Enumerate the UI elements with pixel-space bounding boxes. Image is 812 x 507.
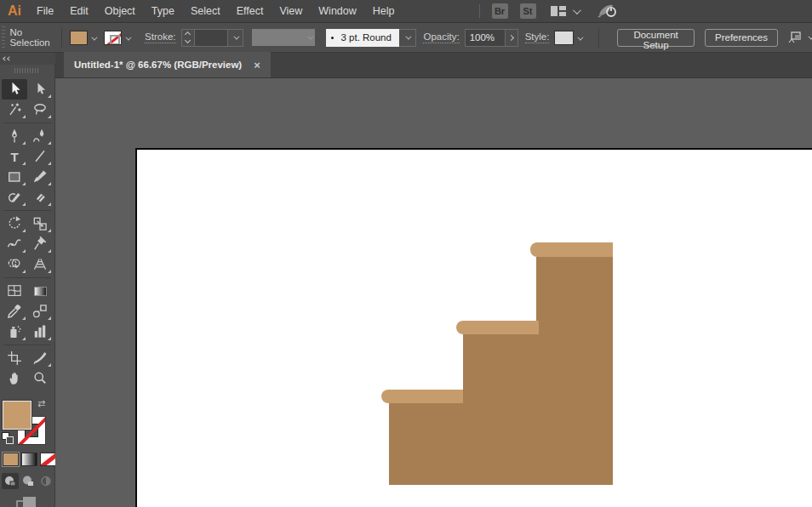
line-segment-tool[interactable] bbox=[27, 146, 53, 167]
lasso-tool[interactable] bbox=[27, 100, 53, 120]
paintbrush-tool[interactable] bbox=[27, 167, 53, 187]
color-mode-row bbox=[3, 453, 56, 466]
fill-color-chevron-icon[interactable] bbox=[88, 31, 99, 44]
change-screen-mode-icon[interactable] bbox=[15, 495, 39, 507]
canvas-pasteboard[interactable] bbox=[55, 78, 812, 507]
eraser-tool[interactable] bbox=[27, 187, 53, 208]
style-swatch[interactable] bbox=[554, 31, 574, 45]
selection-tool[interactable] bbox=[2, 79, 27, 100]
shaper-tool[interactable] bbox=[2, 187, 27, 208]
fill-color-swatch[interactable] bbox=[70, 31, 88, 45]
artboard-tool[interactable] bbox=[2, 348, 27, 368]
app-logo-icon: Ai bbox=[0, 3, 30, 19]
brush-chevron-icon[interactable] bbox=[399, 29, 416, 47]
opacity-label[interactable]: Opacity: bbox=[423, 31, 459, 43]
menu-window[interactable]: Window bbox=[312, 5, 363, 17]
tab-close-icon[interactable]: × bbox=[254, 60, 260, 71]
workspace-chevron-icon[interactable] bbox=[572, 6, 580, 14]
menu-file[interactable]: File bbox=[30, 5, 60, 17]
opacity-value[interactable]: 100% bbox=[466, 30, 505, 46]
menu-bar: Ai File Edit Object Type Select Effect V… bbox=[0, 0, 812, 23]
magic-wand-tool[interactable] bbox=[2, 100, 27, 120]
tools-panel-grip[interactable] bbox=[14, 68, 40, 73]
stair-riser[interactable] bbox=[536, 257, 613, 485]
puppet-warp-tool[interactable] bbox=[27, 234, 53, 254]
default-fill-stroke-icon[interactable] bbox=[2, 432, 15, 446]
menu-effect[interactable]: Effect bbox=[230, 5, 271, 17]
blend-tool[interactable] bbox=[27, 301, 53, 322]
gradient-chip-icon bbox=[34, 287, 47, 296]
eyedropper-tool[interactable] bbox=[2, 301, 27, 322]
mesh-tool[interactable] bbox=[2, 281, 27, 301]
style-chevron-icon[interactable] bbox=[574, 31, 585, 44]
style-label[interactable]: Style: bbox=[525, 31, 550, 43]
bridge-button[interactable]: Br bbox=[492, 3, 508, 19]
stroke-color-swatch[interactable] bbox=[104, 31, 122, 45]
tool-separator bbox=[3, 122, 51, 123]
staircase-artwork[interactable] bbox=[55, 78, 812, 507]
stock-button[interactable]: St bbox=[520, 3, 536, 19]
document-tab-bar: Untitled-1* @ 66.67% (RGB/Preview) × bbox=[55, 53, 812, 78]
document-setup-button[interactable]: Document Setup bbox=[617, 29, 695, 47]
type-tool[interactable]: T bbox=[2, 146, 27, 167]
menu-edit[interactable]: Edit bbox=[63, 5, 95, 17]
draw-behind-button[interactable] bbox=[20, 473, 37, 489]
draw-normal-button[interactable] bbox=[2, 473, 19, 489]
rotate-tool[interactable] bbox=[2, 214, 27, 234]
stair-tread[interactable] bbox=[381, 390, 463, 403]
fill-proxy-swatch[interactable] bbox=[3, 401, 31, 430]
rectangle-tool[interactable] bbox=[2, 167, 27, 187]
menu-view[interactable]: View bbox=[272, 5, 309, 17]
direct-selection-tool[interactable] bbox=[27, 79, 53, 100]
opacity-field[interactable]: 100% bbox=[465, 29, 518, 47]
shape-builder-tool[interactable] bbox=[2, 254, 27, 275]
gpu-performance-icon[interactable] bbox=[598, 3, 618, 20]
toolbar-collapse-header[interactable] bbox=[0, 53, 55, 65]
stroke-weight-stepper[interactable] bbox=[182, 30, 195, 46]
stroke-label[interactable]: Stroke: bbox=[145, 31, 175, 43]
stair-tread[interactable] bbox=[530, 242, 613, 257]
brush-preset-value[interactable]: 3 pt. Round bbox=[326, 29, 399, 47]
slice-tool[interactable] bbox=[27, 348, 53, 368]
none-button[interactable] bbox=[40, 453, 56, 466]
isolate-chevron-icon[interactable] bbox=[808, 33, 812, 39]
curvature-tool[interactable] bbox=[27, 126, 53, 146]
menu-type[interactable]: Type bbox=[145, 5, 181, 17]
draw-inside-button[interactable] bbox=[37, 473, 54, 489]
symbol-sprayer-tool[interactable] bbox=[2, 322, 27, 342]
document-tab[interactable]: Untitled-1* @ 66.67% (RGB/Preview) × bbox=[64, 52, 271, 77]
variable-width-profile-dropdown[interactable] bbox=[252, 29, 316, 46]
workspace-switcher-icon[interactable] bbox=[550, 4, 579, 18]
width-tool[interactable] bbox=[2, 234, 27, 254]
stroke-weight-value[interactable] bbox=[195, 30, 227, 46]
scale-tool[interactable] bbox=[27, 214, 53, 234]
stroke-weight-chevron-icon[interactable] bbox=[227, 30, 243, 46]
gradient-tool[interactable] bbox=[27, 281, 53, 301]
perspective-grid-tool[interactable] bbox=[27, 254, 53, 275]
control-bar-grip[interactable] bbox=[1, 26, 5, 48]
brush-preview-icon bbox=[331, 37, 334, 39]
swap-fill-stroke-icon[interactable]: ⇄ bbox=[37, 398, 45, 409]
stroke-color-chevron-icon[interactable] bbox=[122, 31, 133, 44]
divider bbox=[598, 27, 599, 48]
fill-stroke-proxy: ⇄ bbox=[0, 398, 55, 447]
preferences-button[interactable]: Preferences bbox=[705, 29, 778, 47]
stroke-weight-combo[interactable] bbox=[181, 29, 243, 47]
stair-tread[interactable] bbox=[456, 321, 539, 334]
gradient-button[interactable] bbox=[21, 453, 37, 466]
column-graph-tool[interactable] bbox=[27, 322, 53, 342]
zoom-tool[interactable] bbox=[27, 368, 53, 389]
brush-definition-field[interactable]: 3 pt. Round bbox=[326, 29, 416, 47]
hand-tool[interactable] bbox=[2, 368, 27, 389]
menu-select[interactable]: Select bbox=[184, 5, 227, 17]
control-bar: No Selection Stroke: 3 pt. Round Opacity… bbox=[0, 23, 812, 53]
isolate-selection-icon[interactable] bbox=[788, 31, 803, 44]
menu-object[interactable]: Object bbox=[98, 5, 142, 17]
menu-separator bbox=[479, 4, 480, 18]
illustrator-window: Ai File Edit Object Type Select Effect V… bbox=[0, 0, 812, 507]
color-button[interactable] bbox=[3, 453, 19, 466]
selection-status: No Selection bbox=[9, 27, 53, 48]
opacity-arrow-icon[interactable] bbox=[505, 30, 518, 46]
pen-tool[interactable] bbox=[2, 126, 27, 146]
menu-help[interactable]: Help bbox=[366, 5, 402, 17]
